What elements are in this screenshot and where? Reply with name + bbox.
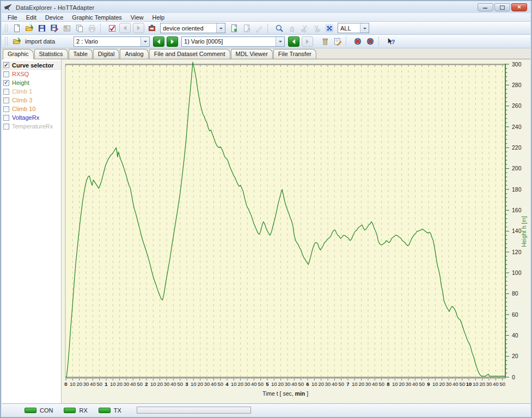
print-icon[interactable]: [85, 23, 98, 34]
open-file-icon[interactable]: [23, 23, 35, 34]
device-properties-icon[interactable]: [106, 23, 118, 34]
checkbox-height[interactable]: ✓: [3, 80, 9, 86]
tab-file-transfer[interactable]: File Transfer: [273, 49, 316, 59]
svg-text:20: 20: [512, 353, 518, 359]
google-earth-icon[interactable]: [351, 36, 364, 47]
curve-selector-title: Curve selector: [12, 62, 53, 69]
svg-text:50: 50: [338, 381, 344, 387]
menu-edit[interactable]: Edit: [22, 14, 40, 21]
svg-text:20: 20: [157, 381, 163, 387]
next-channel-button[interactable]: [167, 36, 178, 47]
tab-mdl-viewer[interactable]: MDL Viewer: [231, 49, 273, 59]
checkbox-temperaturerx[interactable]: [3, 124, 9, 130]
add-record-icon[interactable]: [228, 23, 240, 34]
svg-text:40: 40: [211, 381, 217, 387]
svg-text:3: 3: [185, 381, 188, 387]
curve-item-temperaturerx: TemperatureRx: [2, 122, 61, 131]
svg-text:40: 40: [170, 381, 176, 387]
maximize-button[interactable]: [494, 3, 510, 11]
curve-label-voltagerx: VoltageRx: [12, 114, 39, 121]
device-tool-icon[interactable]: [145, 23, 158, 34]
pan-icon[interactable]: [285, 23, 298, 34]
curve-item-climb-1: Climb 1: [2, 87, 61, 96]
prev-record-button[interactable]: [288, 36, 299, 47]
height-curve-chart[interactable]: 0204060801001201401601802002202402602803…: [62, 59, 530, 403]
svg-text:40: 40: [512, 332, 518, 339]
chevron-down-icon[interactable]: [276, 37, 284, 46]
save-as-icon[interactable]: [48, 23, 60, 34]
google-earth-config-icon[interactable]: [364, 36, 376, 47]
tx-led: [99, 408, 111, 413]
curve-item-height: ✓Height: [2, 78, 61, 87]
menu-help[interactable]: Help: [149, 14, 169, 21]
progress-bar: [137, 407, 251, 414]
edit-comment-icon[interactable]: [331, 36, 344, 47]
svg-text:20: 20: [278, 381, 284, 387]
save-icon[interactable]: [35, 23, 48, 34]
tab-digital[interactable]: Digital: [93, 49, 120, 59]
close-button[interactable]: ✕: [511, 3, 527, 11]
settings-icon[interactable]: [60, 23, 73, 34]
copy-icon[interactable]: [73, 23, 85, 34]
prev-channel-button[interactable]: [153, 36, 164, 47]
svg-text:20: 20: [197, 381, 203, 387]
svg-text:10: 10: [150, 381, 156, 387]
plot-background: [65, 64, 505, 377]
context-help-icon[interactable]: ?: [384, 36, 396, 47]
toolbar-separator: [378, 37, 382, 46]
checkbox-climb-10[interactable]: [3, 106, 9, 112]
menu-device[interactable]: Device: [41, 14, 68, 21]
svg-text:30: 30: [83, 381, 89, 387]
tab-table[interactable]: Table: [69, 49, 93, 59]
svg-text:20: 20: [237, 381, 243, 387]
edit-record-icon[interactable]: [253, 23, 265, 34]
cut-left-icon[interactable]: [298, 23, 310, 34]
svg-text:10: 10: [466, 381, 472, 387]
svg-text:10: 10: [473, 381, 479, 387]
graphics-template-combo-value: device oriented: [161, 25, 216, 32]
curve-selector-panel: ✓Curve selectorRXSQ✓HeightClimb 1Climb 3…: [2, 59, 62, 403]
svg-text:30: 30: [244, 381, 250, 387]
window-controls: ✕: [478, 3, 528, 11]
scope-combo[interactable]: ALL: [338, 23, 369, 33]
record-combo[interactable]: 1) Vario [0005]: [181, 36, 285, 47]
channel-combo[interactable]: 2 : Vario: [74, 36, 150, 47]
tab-analog[interactable]: Analog: [120, 49, 148, 59]
prev-device-button[interactable]: [119, 23, 131, 33]
minimize-button[interactable]: [478, 3, 493, 11]
chevron-down-icon[interactable]: [140, 37, 149, 46]
curve-item-voltagerx: VoltageRx: [2, 113, 61, 122]
menu-file[interactable]: File: [4, 14, 21, 21]
next-device-button[interactable]: [133, 23, 144, 33]
checkbox-climb-1[interactable]: [3, 89, 9, 95]
next-record-button[interactable]: [302, 36, 313, 47]
fit-window-icon[interactable]: [323, 23, 335, 34]
chevron-down-icon[interactable]: [216, 23, 225, 33]
svg-text:20: 20: [479, 381, 485, 387]
tab-file-and-dataset-comment[interactable]: File and Dataset Comment: [149, 49, 230, 59]
import-data-icon[interactable]: [10, 36, 23, 47]
svg-text:100: 100: [512, 269, 522, 276]
chevron-down-icon[interactable]: [360, 23, 369, 33]
svg-text:10: 10: [352, 381, 358, 387]
curve-item-climb-10: Climb 10: [2, 104, 61, 113]
checkbox-voltagerx[interactable]: [3, 115, 9, 121]
new-file-icon[interactable]: [10, 23, 23, 34]
delete-record-icon[interactable]: [319, 36, 331, 47]
import-record-icon[interactable]: [240, 23, 253, 34]
con-led: [25, 408, 36, 413]
checkbox-climb-3[interactable]: [3, 97, 9, 103]
zoom-icon[interactable]: [273, 23, 285, 34]
main-content: ✓Curve selectorRXSQ✓HeightClimb 1Climb 3…: [2, 59, 530, 403]
svg-text:300: 300: [512, 61, 522, 67]
menu-view[interactable]: View: [127, 14, 148, 21]
tab-statistics[interactable]: Statistics: [34, 49, 68, 59]
menu-graphic-templates[interactable]: Graphic Templates: [68, 14, 126, 21]
cut-right-icon[interactable]: [310, 23, 323, 34]
graphics-template-combo[interactable]: device oriented: [160, 23, 225, 33]
checkbox-rxsq[interactable]: [3, 71, 9, 77]
tab-graphic[interactable]: Graphic: [3, 49, 34, 59]
record-combo-value: 1) Vario [0005]: [182, 38, 276, 45]
checkbox-curve-selector[interactable]: ✓: [3, 62, 9, 68]
svg-text:40: 40: [452, 381, 458, 387]
